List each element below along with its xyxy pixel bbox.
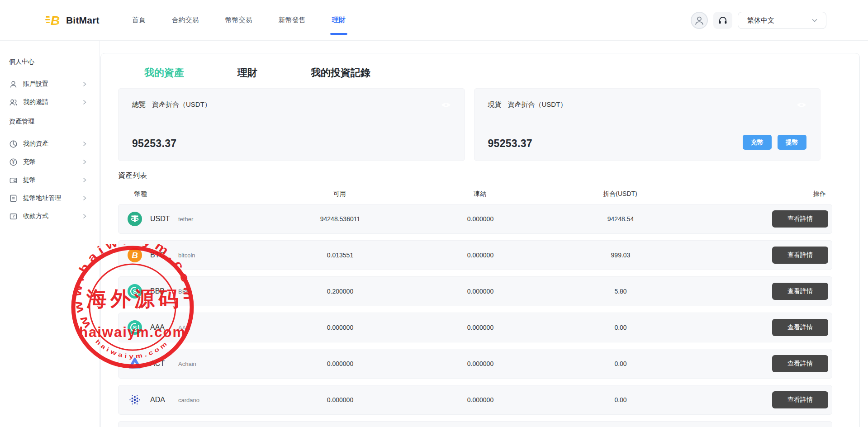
- frozen-amount: 0.000000: [410, 396, 550, 403]
- overview-card-title: 總覽資產折合（USDT）: [132, 100, 211, 109]
- tab-my-assets[interactable]: 我的資產: [144, 66, 184, 80]
- converted-amount: 999.03: [550, 251, 691, 259]
- aaa-coin-icon: S: [128, 320, 142, 335]
- sidebar-item-withdraw[interactable]: 提幣: [9, 171, 99, 189]
- table-row-bbb: S BBB BBB 0.200000 0.000000 5.80 查看詳情: [118, 276, 832, 306]
- table-row-aaa: S AAA AAA 0.000000 0.000000 0.00 查看詳情: [118, 313, 832, 342]
- view-details-button[interactable]: 查看詳情: [772, 210, 828, 228]
- asset-list-title: 資產列表: [118, 171, 832, 180]
- table-row-ada: ADA cardano 0.000000 0.000000 0.00 查看詳情: [118, 385, 832, 415]
- act-coin-icon: [128, 356, 142, 371]
- payment-card-icon: [9, 212, 18, 221]
- coin-symbol: BTC: [150, 251, 171, 259]
- summary-cards: 總覽資產折合（USDT） 95253.37 現貨資產折合（USDT）: [118, 88, 821, 161]
- converted-amount: 94248.54: [550, 215, 691, 223]
- brand-name: BitMart: [66, 15, 100, 26]
- table-row-partial: [118, 421, 832, 427]
- chevron-right-icon: [83, 214, 86, 219]
- sidebar-item-withdraw-address-management[interactable]: 提幣地址管理: [9, 189, 99, 207]
- nav-item-contract-trading[interactable]: 合約交易: [172, 0, 199, 40]
- address-list-icon: [9, 194, 18, 203]
- column-header-available: 可用: [270, 190, 410, 198]
- table-row-usdt: USDT tether 94248.536011 0.000000 94248.…: [118, 204, 832, 234]
- spot-card-title: 現貨資產折合（USDT）: [488, 100, 567, 109]
- usdt-coin-icon: [128, 212, 142, 226]
- coin-symbol: ADA: [150, 396, 171, 404]
- coin-yen-icon: ¥: [9, 158, 18, 166]
- converted-amount: 5.80: [550, 288, 691, 295]
- sidebar-item-label: 收款方式: [23, 212, 83, 220]
- overview-total-value: 95253.37: [132, 138, 176, 150]
- svg-text:B: B: [51, 14, 60, 28]
- view-details-button[interactable]: 查看詳情: [772, 319, 828, 336]
- nav-item-wealth[interactable]: 理財: [332, 0, 346, 40]
- sidebar-section-personal-center: 個人中心: [9, 58, 99, 68]
- coin-symbol: USDT: [150, 215, 171, 223]
- table-row-btc: B BTC bitcoin 0.013551 0.000000 999.03 查…: [118, 240, 832, 270]
- topbar-right: 繁体中文: [691, 0, 826, 41]
- spot-total-value: 95253.37: [488, 138, 532, 150]
- frozen-amount: 0.000000: [410, 360, 550, 367]
- user-icon: [9, 80, 18, 89]
- sidebar-item-account-settings[interactable]: 賬戶設置: [9, 75, 99, 93]
- language-selector[interactable]: 繁体中文: [738, 12, 826, 29]
- sidebar-item-label: 充幣: [23, 158, 83, 166]
- asset-table-header: 幣種 可用 凍結 折合(USDT) 操作: [118, 184, 832, 204]
- deposit-button[interactable]: 充幣: [743, 135, 772, 150]
- card-title-prefix: 現貨: [488, 100, 502, 108]
- sidebar-item-payment-methods[interactable]: 收款方式: [9, 207, 99, 225]
- coin-name: cardano: [178, 397, 199, 403]
- sidebar-item-label: 我的資產: [23, 140, 83, 148]
- available-amount: 94248.536011: [270, 215, 410, 223]
- chevron-right-icon: [83, 177, 86, 183]
- support-button[interactable]: [713, 12, 732, 29]
- column-header-coin: 幣種: [118, 190, 270, 198]
- main-nav: 首頁 合約交易 幣幣交易 新幣發售 理財: [132, 0, 346, 40]
- svg-text:S: S: [133, 324, 137, 331]
- view-details-button[interactable]: 查看詳情: [772, 247, 828, 264]
- user-avatar[interactable]: [691, 12, 708, 29]
- main-content-panel: 我的資產 理財 我的投資記錄 總覽資產折合（USDT） 95253.37: [100, 53, 860, 427]
- nav-item-wealth-label: 理財: [332, 16, 346, 24]
- spot-asset-card: 現貨資產折合（USDT） 95253.37 充幣 提幣: [474, 88, 821, 161]
- tab-wealth[interactable]: 理財: [237, 66, 257, 80]
- available-amount: 0.013551: [270, 251, 410, 259]
- card-title-prefix: 總覽: [132, 100, 146, 108]
- coin-symbol: ACT: [150, 360, 171, 368]
- sidebar-item-my-assets[interactable]: 我的資產: [9, 135, 99, 153]
- chevron-right-icon: [83, 141, 86, 147]
- visibility-eye-icon[interactable]: [441, 101, 451, 109]
- frozen-amount: 0.000000: [410, 215, 550, 223]
- sidebar-item-label: 賬戶設置: [23, 80, 83, 88]
- users-icon: [9, 98, 18, 107]
- frozen-amount: 0.000000: [410, 288, 550, 295]
- active-nav-underline: [330, 33, 347, 35]
- column-header-frozen: 凍結: [410, 190, 550, 198]
- coin-name: Achain: [178, 361, 196, 367]
- chevron-down-icon: [811, 18, 818, 23]
- nav-item-spot-trading[interactable]: 幣幣交易: [225, 0, 252, 40]
- coin-name: tether: [178, 216, 193, 223]
- available-amount: 0.200000: [270, 288, 410, 295]
- frozen-amount: 0.000000: [410, 251, 550, 259]
- nav-item-new-coin-launch[interactable]: 新幣發售: [279, 0, 306, 40]
- coin-name: AAA: [178, 324, 190, 331]
- nav-item-home[interactable]: 首頁: [132, 0, 146, 40]
- bitmart-logo[interactable]: B BitMart: [45, 13, 100, 28]
- view-details-button[interactable]: 查看詳情: [772, 391, 828, 408]
- btc-coin-icon: B: [128, 248, 142, 262]
- sidebar: 個人中心 賬戶設置 我的邀請 資產管理 我的資產: [0, 41, 100, 427]
- chevron-right-icon: [83, 195, 86, 201]
- coin-name: bitcoin: [178, 252, 195, 259]
- view-details-button[interactable]: 查看詳情: [772, 355, 828, 372]
- tab-my-investment-records[interactable]: 我的投資記錄: [311, 66, 370, 80]
- top-navigation-bar: B BitMart 首頁 合約交易 幣幣交易 新幣發售 理財 繁体中文: [0, 0, 868, 41]
- sidebar-item-deposit[interactable]: ¥ 充幣: [9, 153, 99, 171]
- sidebar-item-my-invitations[interactable]: 我的邀請: [9, 93, 99, 111]
- wallet-icon: [9, 176, 18, 185]
- available-amount: 0.000000: [270, 396, 410, 403]
- withdraw-button[interactable]: 提幣: [778, 135, 806, 150]
- view-details-button[interactable]: 查看詳情: [772, 283, 828, 300]
- visibility-eye-icon[interactable]: [797, 101, 806, 109]
- sidebar-item-label: 提幣地址管理: [23, 194, 83, 202]
